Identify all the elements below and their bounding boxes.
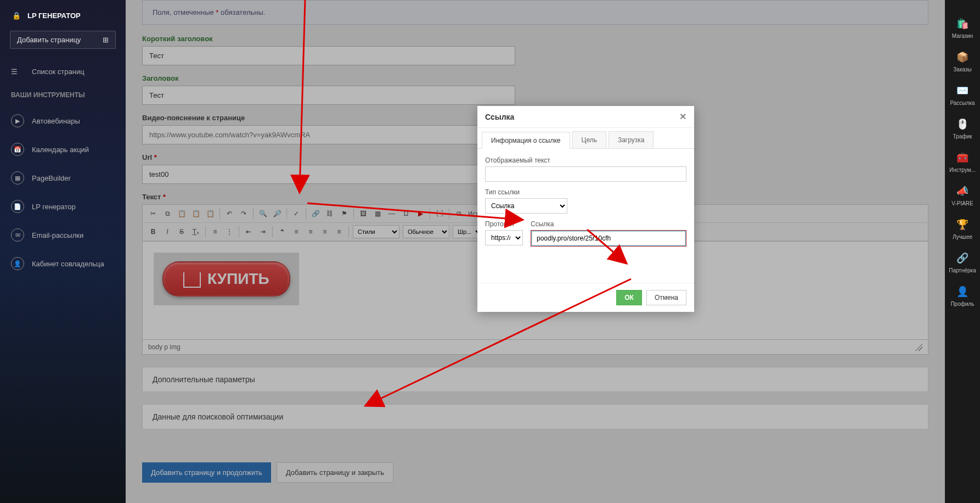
cancel-button[interactable]: Отмена xyxy=(646,290,686,305)
cut-icon[interactable]: ✂ xyxy=(147,207,160,220)
maximize-icon[interactable]: ⛶ xyxy=(433,207,446,220)
anchor-icon[interactable]: ⚑ xyxy=(337,207,351,220)
unlink-icon[interactable]: ⛓ xyxy=(323,207,336,220)
paste-icon[interactable]: 📋 xyxy=(175,207,188,220)
rs-item-vpiare[interactable]: 📣V-PIARE xyxy=(945,178,980,212)
right-sidebar: 🛍️Магазин 📦Заказы ✉️Рассылка 🖱️Трафик 🧰И… xyxy=(945,0,980,503)
title-input[interactable] xyxy=(142,86,515,105)
url-highlight-box xyxy=(531,230,686,247)
link-url-label: Ссылка xyxy=(531,220,686,228)
url-input[interactable] xyxy=(142,165,515,184)
remove-format-icon[interactable]: Tₓ xyxy=(189,225,202,238)
sidebar-item-pagebuilder[interactable]: ▦PageBuilder xyxy=(0,164,126,192)
link-type-label: Тип ссылки xyxy=(485,188,567,196)
bullet-list-icon[interactable]: ⋮ xyxy=(223,225,236,238)
add-page-button[interactable]: Добавить страницу ⊞ xyxy=(10,31,116,49)
short-title-input[interactable] xyxy=(142,46,515,65)
sidebar-title: 🔒 LP ГЕНЕРАТОР xyxy=(0,0,126,31)
dialog-title: Ссылка xyxy=(485,113,514,121)
table-icon[interactable]: ▦ xyxy=(371,207,384,220)
profile-icon: 👤 xyxy=(955,284,970,299)
play-icon: ▶ xyxy=(11,114,24,127)
outdent-icon[interactable]: ⇤ xyxy=(242,225,255,238)
sidebar-item-lpgenerator[interactable]: 📄LP генератор xyxy=(0,192,126,221)
accordion-extra-params[interactable]: Дополнительные параметры xyxy=(142,367,928,392)
left-sidebar: 🔒 LP ГЕНЕРАТОР Добавить страницу ⊞ ☰ Спи… xyxy=(0,0,126,503)
short-title-label: Короткий заголовок xyxy=(142,35,928,43)
quote-icon[interactable]: ❝ xyxy=(275,225,289,238)
tab-upload[interactable]: Загрузка xyxy=(609,131,654,148)
styles-select[interactable]: Стили xyxy=(353,225,399,238)
tab-target[interactable]: Цель xyxy=(572,131,606,148)
bag-icon: 🛍️ xyxy=(955,16,970,31)
add-and-continue-button[interactable]: Добавить страницу и продолжить xyxy=(142,462,271,483)
spellcheck-icon[interactable]: ✓ xyxy=(290,207,303,220)
add-and-close-button[interactable]: Добавить страницу и закрыть xyxy=(277,462,393,483)
calendar-icon: 📅 xyxy=(11,143,24,156)
copy-icon[interactable]: ⧉ xyxy=(161,207,174,220)
sidebar-section-tools: ВАШИ ИНСТРУМЕНТЫ xyxy=(0,83,126,107)
sidebar-item-calendar[interactable]: 📅Календарь акций xyxy=(0,135,126,164)
display-text-input[interactable] xyxy=(485,166,686,182)
undo-icon[interactable]: ↶ xyxy=(223,207,236,220)
trophy-icon: 🏆 xyxy=(955,217,970,232)
tab-link-info[interactable]: Информация о ссылке xyxy=(482,132,570,149)
source-icon[interactable]: ⧉ xyxy=(452,207,465,220)
sidebar-item-owner[interactable]: 👤Кабинет совладельца xyxy=(0,249,126,278)
cart-icon xyxy=(183,272,201,288)
rs-item-tools[interactable]: 🧰Инструм... xyxy=(945,145,980,178)
rs-item-mailing[interactable]: ✉️Рассылка xyxy=(945,78,980,111)
sidebar-page-list[interactable]: ☰ Список страниц xyxy=(0,60,126,83)
user-icon: 👤 xyxy=(11,257,24,270)
title-label: Заголовок xyxy=(142,74,928,82)
rs-item-store[interactable]: 🛍️Магазин xyxy=(945,11,980,44)
paste-word-icon[interactable]: 📋 xyxy=(204,207,217,220)
numbered-list-icon[interactable]: ≡ xyxy=(209,225,222,238)
align-center-icon[interactable]: ≡ xyxy=(304,225,317,238)
protocol-select[interactable]: https:// xyxy=(485,230,523,245)
toolbox-icon: 🧰 xyxy=(955,150,970,165)
video-input[interactable] xyxy=(142,125,515,144)
replace-icon[interactable]: 🔎 xyxy=(271,207,284,220)
align-justify-icon[interactable]: ≡ xyxy=(333,225,346,238)
grid-icon: ▦ xyxy=(11,171,24,185)
find-icon[interactable]: 🔍 xyxy=(256,207,269,220)
display-text-label: Отображаемый текст xyxy=(485,157,686,164)
ok-button[interactable]: ОК xyxy=(616,290,642,305)
indent-icon[interactable]: ⇥ xyxy=(256,225,269,238)
buy-button-image[interactable]: КУПИТЬ xyxy=(154,253,299,305)
sidebar-item-autowebinars[interactable]: ▶Автовебинары xyxy=(0,107,126,135)
link-type-select[interactable]: Ссылка xyxy=(485,198,567,214)
special-char-icon[interactable]: Ω xyxy=(399,207,413,220)
close-icon[interactable]: ✕ xyxy=(679,111,686,122)
format-select[interactable]: Обычное xyxy=(403,225,449,238)
rs-item-affiliate[interactable]: 🔗Партнёрка xyxy=(945,245,980,279)
box-icon: 📦 xyxy=(955,50,970,64)
rs-item-profile[interactable]: 👤Профиль xyxy=(945,279,980,312)
editor-path-bar: body p img xyxy=(142,340,928,355)
rs-item-orders[interactable]: 📦Заказы xyxy=(945,44,980,78)
envelope-icon: ✉️ xyxy=(955,83,970,98)
strike-icon[interactable]: S xyxy=(175,225,188,238)
link-url-input[interactable] xyxy=(532,231,685,245)
accordion-seo[interactable]: Данные для поисковой оптимизации xyxy=(142,404,928,429)
align-right-icon[interactable]: ≡ xyxy=(318,225,331,238)
redo-icon[interactable]: ↷ xyxy=(237,207,250,220)
link-dialog: Ссылка ✕ Информация о ссылке Цель Загруз… xyxy=(477,106,694,312)
rs-item-traffic[interactable]: 🖱️Трафик xyxy=(945,111,980,145)
youtube-icon[interactable]: ▶ xyxy=(414,207,427,220)
resize-grip[interactable] xyxy=(915,343,922,351)
sidebar-item-email[interactable]: ✉Email-рассылки xyxy=(0,221,126,249)
image-icon[interactable]: 🖼 xyxy=(357,207,370,220)
align-left-icon[interactable]: ≡ xyxy=(290,225,303,238)
bold-icon[interactable]: B xyxy=(147,225,160,238)
link-icon[interactable]: 🔗 xyxy=(309,207,322,220)
list-icon: ☰ xyxy=(11,68,24,76)
paste-text-icon[interactable]: 📋 xyxy=(189,207,202,220)
info-bar: Поля, отмеченные * обязательны. xyxy=(142,0,928,25)
italic-icon[interactable]: I xyxy=(161,225,174,238)
rs-item-best[interactable]: 🏆Лучшее xyxy=(945,212,980,245)
hr-icon[interactable]: — xyxy=(385,207,398,220)
chain-icon: 🔗 xyxy=(955,251,970,265)
plus-icon: ⊞ xyxy=(103,36,109,44)
